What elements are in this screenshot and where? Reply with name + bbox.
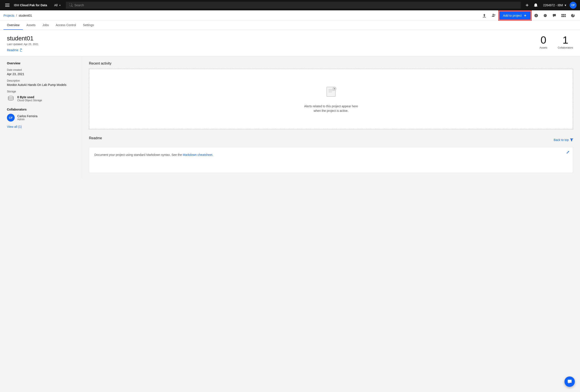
- add-icon-button[interactable]: [523, 1, 531, 9]
- description-value: Monitor AutoAI Hands On Lab Pump Models: [7, 83, 75, 87]
- breadcrumb-projects-link[interactable]: Projects: [3, 14, 14, 17]
- right-column: Recent activity Alerts related to this p…: [82, 56, 580, 178]
- tab-settings[interactable]: Settings: [79, 21, 97, 30]
- project-stats: 0 Assets 1 Collaborators: [540, 35, 573, 49]
- project-header: student01 Last Updated: Apr 23, 2021 Rea…: [0, 30, 580, 56]
- assets-count: 0: [540, 35, 547, 45]
- edit-icon: [566, 151, 570, 154]
- assets-label: Assets: [540, 46, 547, 49]
- project-header-left: student01 Last Updated: Apr 23, 2021 Rea…: [7, 35, 540, 52]
- plus-icon: [523, 14, 527, 17]
- svg-rect-8: [565, 16, 566, 17]
- collaborator-name: Carlos Ferreira: [17, 114, 37, 118]
- upload-icon: [482, 14, 486, 17]
- collaborators-count: 1: [558, 35, 573, 45]
- collaborator-item: CF Carlos Ferreira Admin: [7, 114, 75, 122]
- readme-link[interactable]: Readme: [7, 48, 540, 52]
- project-last-updated: Last Updated: Apr 23, 2021: [7, 43, 540, 46]
- history-button[interactable]: [542, 12, 549, 19]
- file-icon: [20, 49, 23, 52]
- date-created-label: Date created: [7, 68, 75, 71]
- plus-icon: [525, 3, 529, 7]
- toolbar: Projects / student01 Add to project: [0, 10, 580, 21]
- recent-activity-box: Alerts related to this project appear he…: [89, 69, 573, 129]
- overview-section-heading: Overview: [7, 62, 75, 65]
- svg-rect-12: [328, 90, 334, 91]
- upload-button[interactable]: [481, 12, 488, 19]
- svg-rect-6: [562, 16, 563, 17]
- add-collaborator-button[interactable]: [490, 12, 497, 19]
- hamburger-menu-button[interactable]: [3, 1, 11, 9]
- svg-rect-2: [5, 6, 9, 7]
- notifications-button[interactable]: [532, 1, 540, 9]
- chat-bubble-icon: [567, 379, 572, 384]
- readme-edit-button[interactable]: [566, 151, 570, 155]
- search-input[interactable]: [74, 3, 517, 7]
- chevron-down-icon: ▾: [59, 4, 60, 6]
- description-label: Description: [7, 79, 75, 82]
- readme-section-header: Readme Back to top: [89, 136, 573, 143]
- storage-label: Storage: [7, 90, 75, 93]
- context-switcher[interactable]: All ▾: [51, 2, 63, 8]
- collaborator-avatar: CF: [7, 114, 15, 122]
- activity-empty-text: Alerts related to this project appear he…: [304, 104, 358, 113]
- back-to-top-icon: [570, 138, 573, 141]
- markdown-cheatsheet-link[interactable]: Markdown cheatsheet: [183, 153, 212, 156]
- tab-assets[interactable]: Assets: [23, 21, 39, 30]
- left-column: Overview Date created Apr 23, 2021 Descr…: [0, 56, 82, 178]
- two-col-layout: Overview Date created Apr 23, 2021 Descr…: [0, 56, 580, 178]
- tab-access-control[interactable]: Access Control: [52, 21, 79, 30]
- hamburger-icon: [5, 3, 9, 7]
- history-icon: [543, 14, 547, 17]
- svg-rect-5: [565, 14, 566, 15]
- back-to-top-link[interactable]: Back to top: [554, 138, 573, 141]
- toolbar-actions: Add to project: [481, 11, 577, 20]
- collaborators-section: Collaborators CF Carlos Ferreira Admin V…: [7, 108, 75, 129]
- storage-icon: [7, 95, 15, 103]
- search-icon: [69, 3, 73, 7]
- view-all-collaborators-link[interactable]: View all (1): [7, 125, 75, 129]
- search-bar[interactable]: [66, 2, 521, 9]
- svg-point-9: [8, 96, 13, 98]
- collaborators-section-heading: Collaborators: [7, 108, 75, 111]
- top-nav-icons: 2264972 - IBM ▾ CF: [523, 1, 577, 9]
- storage-used-value: 0 Byte used: [17, 95, 42, 99]
- tab-overview[interactable]: Overview: [3, 21, 23, 30]
- collaborators-label: Collaborators: [558, 46, 573, 49]
- activity-empty-icon: [324, 85, 337, 101]
- page-content: Overview Date created Apr 23, 2021 Descr…: [0, 56, 580, 392]
- document-list-icon: [324, 85, 337, 98]
- assets-stat: 0 Assets: [540, 35, 547, 49]
- app-brand: IBM Cloud Pak for Data: [14, 3, 47, 7]
- view-options-button[interactable]: [560, 12, 568, 19]
- svg-rect-13: [328, 92, 332, 92]
- storage-type-value: Cloud Object Storage: [17, 99, 42, 102]
- floating-chat-button[interactable]: [565, 377, 575, 387]
- readme-section: Readme Back to top Do: [89, 136, 573, 173]
- tab-bar: Overview Assets Jobs Access Control Sett…: [0, 21, 580, 30]
- help-button[interactable]: [569, 12, 577, 19]
- help-icon: [571, 14, 575, 17]
- add-to-project-button[interactable]: Add to project: [499, 11, 531, 20]
- breadcrumb-current: student01: [18, 14, 32, 17]
- grid-icon: [562, 14, 566, 17]
- svg-rect-16: [334, 88, 335, 89]
- recent-activity-title: Recent activity: [89, 62, 573, 65]
- tab-jobs[interactable]: Jobs: [39, 21, 52, 30]
- readme-section-title: Readme: [89, 136, 102, 140]
- svg-rect-1: [5, 5, 9, 5]
- comments-button[interactable]: [551, 12, 558, 19]
- chevron-down-icon: ▾: [565, 3, 566, 7]
- svg-rect-4: [563, 14, 565, 15]
- add-person-icon: [491, 13, 496, 18]
- user-avatar[interactable]: CF: [570, 2, 577, 9]
- collaborators-stat: 1 Collaborators: [558, 35, 573, 49]
- chat-icon: [552, 14, 556, 17]
- collaborator-info: Carlos Ferreira Admin: [17, 114, 37, 121]
- account-selector[interactable]: 2264972 - IBM ▾: [541, 2, 569, 8]
- info-button[interactable]: [533, 12, 540, 19]
- date-created-value: Apr 23, 2021: [7, 72, 75, 76]
- breadcrumb: Projects / student01: [3, 14, 32, 17]
- storage-info: 0 Byte used Cloud Object Storage: [7, 95, 75, 103]
- readme-content-box: Document your project using standard Mar…: [89, 147, 573, 173]
